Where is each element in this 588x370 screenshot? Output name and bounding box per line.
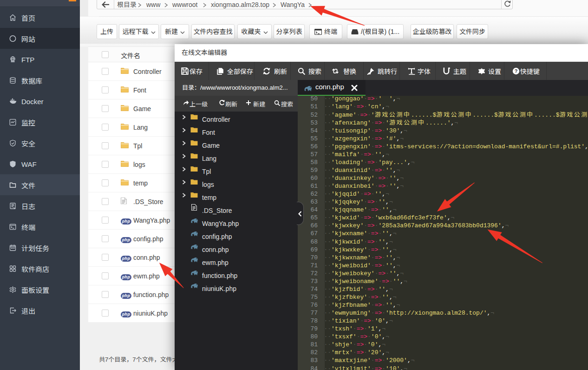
svg-text:?: ?	[515, 68, 518, 73]
